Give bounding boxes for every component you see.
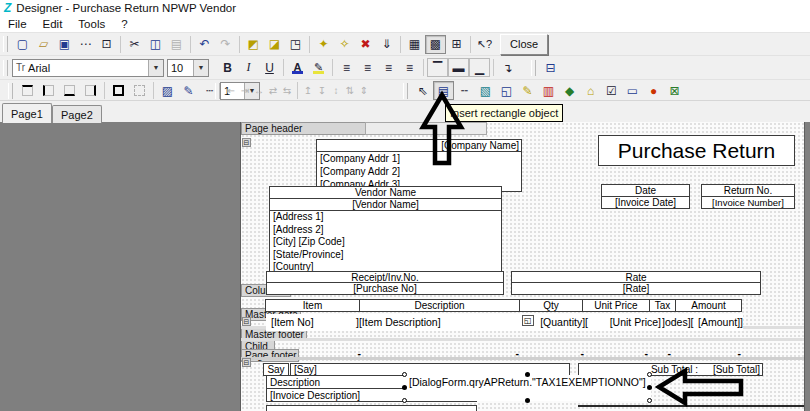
band-page-header[interactable]: Page header: [241, 122, 366, 135]
item-description-field[interactable]: ][Item Description]: [356, 316, 441, 328]
new-report-icon[interactable]: ▢: [12, 35, 33, 54]
master-footer-row[interactable]: - - - - - -: [266, 347, 743, 359]
selection-handle[interactable]: [402, 372, 407, 377]
menu-help[interactable]: ?: [113, 16, 135, 32]
master-data-row[interactable]: [Item No] ][Item Description] ◱ [Quantit…: [266, 314, 743, 331]
rate-value-object[interactable]: [Rate]: [511, 282, 761, 295]
richtext-object-icon[interactable]: ▥: [538, 81, 559, 100]
select-objects-icon[interactable]: ◳: [285, 35, 306, 54]
selection-handle[interactable]: [647, 398, 652, 403]
send-to-back-icon[interactable]: ◪: [264, 35, 285, 54]
frame-bottom-icon[interactable]: [59, 81, 80, 100]
shape-object-icon[interactable]: ◆: [559, 81, 580, 100]
page-order-icon[interactable]: ⇓: [376, 35, 397, 54]
chart-object-icon[interactable]: ●: [643, 81, 664, 100]
snap-to-grid-icon[interactable]: ▩: [425, 35, 446, 54]
undo-icon[interactable]: ↶: [194, 35, 215, 54]
unit-price-field[interactable]: [Unit Price]: [591, 316, 661, 328]
header-amount[interactable]: Amount: [675, 299, 742, 312]
delete-page-icon[interactable]: ✖: [355, 35, 376, 54]
footer-dash[interactable]: -: [641, 347, 671, 359]
show-grid-icon[interactable]: ▦: [404, 35, 425, 54]
line-object-icon[interactable]: ╌: [454, 81, 475, 100]
bring-to-front-icon[interactable]: ◩: [243, 35, 264, 54]
frame-top-icon[interactable]: [17, 81, 38, 100]
data-tree-icon[interactable]: ⊟: [540, 58, 561, 77]
font-color-icon[interactable]: A: [287, 58, 308, 77]
date-value-object[interactable]: [Invoice Date]: [601, 196, 690, 209]
rectangle-object-icon[interactable]: ▤: [433, 81, 454, 100]
menu-edit[interactable]: Edit: [35, 16, 71, 32]
add-page-icon[interactable]: ✦: [313, 35, 334, 54]
chevron-down-icon[interactable]: ▼: [148, 60, 163, 76]
header-item[interactable]: Item: [265, 299, 360, 312]
align-left-icon[interactable]: ≡: [336, 58, 357, 77]
add-dialog-icon[interactable]: ✧: [334, 35, 355, 54]
font-size-combo[interactable]: 10 ▼: [167, 59, 209, 77]
tab-page1[interactable]: Page1: [2, 103, 52, 123]
ole-object-icon[interactable]: ⊠: [664, 81, 685, 100]
toolbar-grip[interactable]: [8, 83, 13, 99]
align-to-grid-icon[interactable]: ⊞: [446, 35, 467, 54]
rotate-text-icon[interactable]: ↴: [497, 58, 518, 77]
receipt-value-object[interactable]: [Purchase No]: [266, 282, 504, 295]
cut-icon[interactable]: ✂: [124, 35, 145, 54]
frame-all-icon[interactable]: [108, 81, 129, 100]
picture-object-icon[interactable]: ▧: [475, 81, 496, 100]
items-table-header[interactable]: Item Description Qty Unit Price Tax Amou…: [266, 299, 742, 312]
selected-expression-object[interactable]: [DialogForm.qryAPReturn."TAX1EXEMPTIONNO…: [406, 375, 651, 401]
selection-handle[interactable]: [647, 385, 652, 390]
preview-icon[interactable]: ⊡: [96, 35, 117, 54]
line-color-icon[interactable]: ✎: [178, 81, 199, 100]
context-help-icon[interactable]: ↖?: [474, 35, 495, 54]
toolbar-grip[interactable]: [403, 83, 408, 99]
chevron-down-icon[interactable]: ▼: [193, 60, 208, 76]
quantity-field[interactable]: [Quantity][: [506, 316, 588, 328]
selection-handle[interactable]: [525, 398, 530, 403]
italic-button[interactable]: I: [238, 58, 259, 77]
menu-file[interactable]: File: [0, 16, 35, 32]
underline-button[interactable]: U: [259, 58, 280, 77]
valign-middle-icon[interactable]: ▬: [448, 58, 469, 77]
selection-handle[interactable]: [402, 385, 407, 390]
menu-tools[interactable]: Tools: [70, 16, 113, 32]
selection-handle[interactable]: [647, 372, 652, 377]
band-collapse-icon[interactable]: ⊟: [242, 317, 251, 326]
save-report-icon[interactable]: ▣: [54, 35, 75, 54]
header-qty[interactable]: Qty: [519, 299, 583, 312]
footer-dash[interactable]: -: [331, 347, 361, 359]
amount-field[interactable]: [Amount]]: [686, 316, 743, 328]
report-canvas[interactable]: Page header ⊟ ⊟ ⊟ Column header Master d…: [240, 122, 805, 411]
fill-color-icon[interactable]: ▨: [157, 81, 178, 100]
toolbar-grip[interactable]: [3, 60, 8, 76]
band-collapse-icon[interactable]: ⊟: [242, 138, 251, 147]
page-setup-icon[interactable]: ⋯: [75, 35, 96, 54]
align-right-icon[interactable]: ≡: [378, 58, 399, 77]
vendor-address-object[interactable]: [Address 1] [Address 2] [City] [Zip Code…: [269, 210, 502, 274]
frame-left-icon[interactable]: [38, 81, 59, 100]
copy-icon[interactable]: ◫: [145, 35, 166, 54]
align-center-icon[interactable]: ≡: [357, 58, 378, 77]
footer-dash[interactable]: -: [711, 347, 741, 359]
next-object-partial[interactable]: [266, 405, 477, 411]
frame-right-icon[interactable]: [80, 81, 101, 100]
footer-dash[interactable]: -: [554, 347, 584, 359]
footer-dash[interactable]: -: [489, 347, 519, 359]
bold-button[interactable]: B: [217, 58, 238, 77]
close-button[interactable]: Close: [500, 34, 548, 55]
toolbar-grip[interactable]: [3, 36, 8, 52]
align-justify-icon[interactable]: ≡: [399, 58, 420, 77]
select-pointer-icon[interactable]: ⇖: [412, 81, 433, 100]
lock-object-icon[interactable]: ⌂: [580, 81, 601, 100]
valign-top-icon[interactable]: ▔: [427, 58, 448, 77]
draw-object-icon[interactable]: ✎: [517, 81, 538, 100]
report-title-object[interactable]: Purchase Return: [598, 135, 795, 166]
checkbox-object-icon[interactable]: ☑: [601, 81, 622, 100]
selection-handle[interactable]: [402, 398, 407, 403]
item-no-field[interactable]: [Item No]: [271, 316, 314, 328]
return-no-value-object[interactable]: [Invoice Number]: [701, 196, 795, 209]
highlight-icon[interactable]: ✎: [308, 58, 329, 77]
toolbar-grip[interactable]: [215, 83, 220, 99]
selection-handle[interactable]: [525, 372, 530, 377]
roundrect-object-icon[interactable]: ▭: [622, 81, 643, 100]
